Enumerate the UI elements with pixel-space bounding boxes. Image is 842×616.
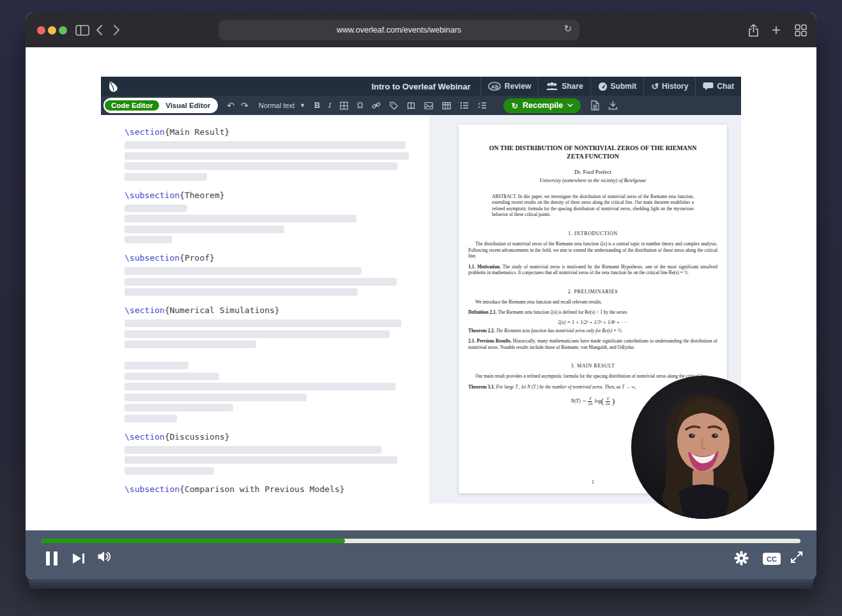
latex-argument: {Comparison with Previous Models} [180, 484, 344, 494]
redacted-text-bar [125, 152, 409, 160]
bold-icon: B [314, 96, 320, 115]
blank-line [125, 351, 429, 362]
bullet-list-icon [460, 96, 469, 115]
code-line: \subsection{Proof} [125, 252, 429, 263]
back-button[interactable] [89, 13, 109, 47]
settings-button[interactable] [734, 551, 749, 566]
recompile-button: ↻ Recompile [503, 98, 581, 113]
recompile-chevron-icon [567, 104, 573, 107]
latex-argument: {Theorem} [180, 190, 224, 200]
paragraph-body: The Riemann zeta function ζ(s) is define… [497, 309, 627, 315]
pause-icon [46, 551, 50, 566]
section-heading: 3. MAIN RESULT [459, 363, 727, 369]
menu-label: Review [505, 82, 531, 91]
ref-tag-icon [390, 96, 398, 115]
paper-abstract: ABSTRACT. In this paper, we investigate … [492, 194, 694, 218]
fullscreen-icon [790, 550, 804, 564]
menu-label: Chat [717, 82, 734, 91]
section-heading: 1. INTRODUCTION [459, 231, 727, 236]
table-icon [442, 96, 451, 115]
paper-paragraph: Definition 2.1. The Riemann zeta functio… [468, 309, 717, 316]
symbol-icon: Ω [357, 96, 363, 115]
volume-icon [97, 550, 112, 563]
overleaf-toolbar: Code Editor Visual Editor ↶ ↷ Normal tex… [101, 96, 741, 115]
undo-icon: ↶ [227, 96, 234, 115]
paper-paragraph: Theorem 2.2. The Riemann zeta function h… [468, 328, 717, 334]
section-heading: 2. PRELIMINARIES [459, 289, 727, 295]
paper-affiliation: University (somewhere in the vicinity) o… [459, 178, 727, 183]
redacted-text-bar [125, 236, 172, 243]
page: { "browser": { "url": "www.overleaf.com/… [0, 0, 842, 616]
window-close-button[interactable] [37, 26, 45, 35]
forward-chevron-icon [113, 24, 121, 36]
paper-paragraph: Our main result provides a refined asymp… [468, 373, 717, 380]
svg-text:Ab: Ab [491, 84, 498, 90]
share-button[interactable] [745, 13, 762, 47]
redacted-text-bar [125, 404, 233, 412]
progress-fill [42, 539, 345, 543]
redacted-text-bar [125, 267, 362, 275]
latex-argument: {Numerical Simulations} [165, 305, 280, 315]
math-icon [340, 96, 348, 115]
redacted-text-bar [125, 288, 358, 296]
redacted-text-bar [125, 215, 356, 222]
tab-overview-icon [795, 24, 807, 36]
redacted-text-bar [125, 141, 406, 149]
editor-mode-switch: Code Editor Visual Editor [103, 98, 218, 113]
redacted-text-bar [125, 330, 390, 338]
presenter-avatar [631, 376, 774, 519]
code-line: \section{Main Result} [125, 127, 429, 137]
refresh-icon[interactable]: ↻ [563, 23, 572, 35]
new-tab-button[interactable]: + [768, 13, 785, 47]
italic-icon: I [328, 96, 331, 115]
code-lines: \section{Main Result}\subsection{Theorem… [125, 127, 429, 495]
menu-label: History [662, 82, 688, 91]
next-button[interactable] [72, 552, 86, 565]
progress-track[interactable] [42, 539, 800, 543]
latex-keyword: \subsection [125, 253, 180, 263]
pause-button[interactable] [45, 551, 59, 566]
tab-overview-button[interactable] [792, 13, 809, 47]
redo-icon: ↷ [241, 96, 249, 115]
video-player-bar: CC [26, 530, 816, 579]
window-minimize-button[interactable] [48, 26, 56, 35]
menu-history: ↺ History [643, 77, 695, 96]
formula-log: log [594, 398, 601, 404]
url-text: www.overleaf.com/events/webinars [337, 26, 461, 35]
latex-keyword: \section [125, 127, 165, 137]
captions-button[interactable]: CC [763, 553, 781, 565]
code-editor-tab: Code Editor [105, 100, 159, 111]
redacted-text-bar [125, 278, 397, 286]
browser-window: www.overleaf.com/events/webinars ↻ + [26, 13, 816, 579]
redacted-text-bar [125, 446, 381, 454]
paragraph-style-dropdown: Normal text ▼ [259, 102, 305, 109]
volume-button[interactable] [97, 550, 112, 563]
paragraph-body: The study of nontrivial zeros is motivat… [468, 264, 717, 276]
redacted-text-bar [125, 394, 307, 401]
paper-paragraph: We introduce the Riemann zeta function a… [468, 299, 717, 305]
history-icon: ↺ [651, 81, 659, 91]
redacted-text-bar [125, 373, 219, 380]
forward-button[interactable] [107, 13, 126, 47]
fraction: T2π [606, 397, 610, 406]
link-icon [372, 96, 381, 115]
pdf-log-icon [591, 96, 599, 115]
redacted-text-bar [125, 341, 256, 348]
address-bar[interactable]: www.overleaf.com/events/webinars ↻ [218, 20, 579, 40]
people-icon [546, 82, 558, 91]
code-line: \subsection{Theorem} [125, 190, 429, 201]
right-paren: ) [612, 396, 615, 406]
menu-chat: Chat [695, 77, 741, 96]
paper-author: Dr. Ford Prefect [459, 169, 727, 175]
fullscreen-button[interactable] [790, 550, 804, 564]
menu-label: Submit [611, 82, 637, 91]
menu-submit: Submit [590, 77, 644, 96]
paragraph-lead: Definition 2.1. [468, 309, 497, 315]
video-stage[interactable]: Intro to Overleaf Webinar Ab Review [26, 47, 816, 530]
paragraph-lead: 1.1. Motivation. [468, 264, 501, 270]
code-line: \subsection{Comparison with Previous Mod… [125, 484, 429, 495]
window-zoom-button[interactable] [59, 26, 67, 35]
paper-paragraph: 1.1. Motivation. The study of nontrivial… [468, 264, 717, 276]
code-line: \section{Discussions} [125, 431, 429, 442]
share-icon [748, 24, 759, 37]
